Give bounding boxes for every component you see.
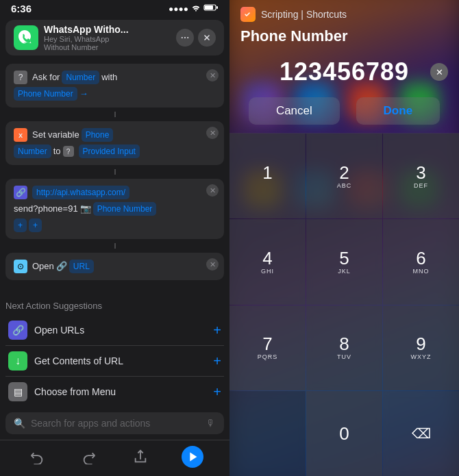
token-phone-var[interactable]: Phone <box>82 128 114 142</box>
key-0[interactable]: 0 <box>306 391 382 476</box>
get-contents-label: Get Contents of URL <box>34 355 213 366</box>
add-get-contents-button[interactable]: + <box>213 353 221 369</box>
key-1[interactable]: 1 <box>230 134 306 218</box>
token-plus-1[interactable]: + <box>14 218 27 232</box>
key-9-letters: WXYZ <box>411 353 432 360</box>
token-phone-num-2[interactable]: Phone Number <box>93 202 157 216</box>
key-2-letters: ABC <box>337 182 352 189</box>
close-url-icon[interactable]: ✕ <box>206 184 219 197</box>
open-urls-label: Open URLs <box>34 325 213 336</box>
bottom-toolbar <box>0 440 230 476</box>
key-1-letters <box>266 182 269 189</box>
action-open-text: ⊙ Open 🔗 URL <box>14 260 216 273</box>
key-5[interactable]: 5 JKL <box>306 219 382 304</box>
number-display-area: 123456789 ✕ <box>230 51 459 97</box>
workflow-area: ✕ ? Ask for Number with Phone Number → ✕… <box>0 58 230 297</box>
scripting-icon <box>240 7 256 22</box>
suggestion-choose-menu[interactable]: ▤ Choose from Menu + <box>5 377 224 407</box>
suggestion-get-contents[interactable]: ↓ Get Contents of URL + <box>5 346 224 377</box>
right-panel: Scripting | Shortcuts Phone Number 12345… <box>230 0 459 476</box>
svg-point-5 <box>187 37 188 38</box>
arrow-icon: → <box>79 87 88 101</box>
key-6-letters: MNO <box>413 268 430 275</box>
emoji-icon: 📷 <box>80 202 91 216</box>
key-3-number: 3 <box>416 164 425 181</box>
token-url[interactable]: http://api.whatsapp.com/ <box>32 186 129 199</box>
key-2[interactable]: 2 ABC <box>306 134 382 218</box>
key-backspace[interactable]: ⌫ <box>383 391 459 476</box>
suggestions-title: Next Action Suggestions <box>5 301 224 311</box>
left-panel: 6:36 ●●●● WhatsApp Wit <box>0 0 230 476</box>
close-ask-icon[interactable]: ✕ <box>206 69 219 82</box>
x-icon: x <box>14 128 27 142</box>
close-open-icon[interactable]: ✕ <box>206 258 219 271</box>
action-open[interactable]: ✕ ⊙ Open 🔗 URL <box>5 253 224 280</box>
question-icon-2: ? <box>63 146 74 157</box>
key-9-number: 9 <box>416 335 425 353</box>
redo-button[interactable] <box>78 446 100 468</box>
open-icon: ⊙ <box>14 260 27 273</box>
action-buttons-row: Cancel Done <box>230 97 459 133</box>
key-3[interactable]: 3 DEF <box>383 134 459 218</box>
play-button[interactable] <box>182 446 203 468</box>
link-emoji-icon: 🔗 <box>56 260 67 273</box>
divider-3 <box>114 243 116 249</box>
scripting-header: Scripting | Shortcuts <box>230 0 459 25</box>
key-7[interactable]: 7 PQRS <box>230 305 306 390</box>
search-icon: 🔍 <box>14 418 25 429</box>
cancel-button[interactable]: Cancel <box>249 97 340 125</box>
whatsapp-icon <box>14 25 38 50</box>
token-number-var[interactable]: Number <box>14 145 51 158</box>
add-choose-menu-button[interactable]: + <box>213 384 221 400</box>
action-ask-text: ? Ask for Number with <box>14 71 216 84</box>
right-overlay: Scripting | Shortcuts Phone Number 12345… <box>230 0 459 476</box>
share-button[interactable] <box>129 446 151 468</box>
keypad: 1 2 ABC 3 DEF 4 GHI 5 JKL 6 MNO <box>230 133 459 476</box>
token-provided-input[interactable]: Provided Input <box>79 145 140 158</box>
get-contents-icon: ↓ <box>8 351 27 371</box>
suggestions-section: Next Action Suggestions 🔗 Open URLs + ↓ … <box>0 297 230 410</box>
search-placeholder[interactable]: Search for apps and actions <box>31 418 201 429</box>
app-header-actions <box>176 29 216 47</box>
action-ask[interactable]: ✕ ? Ask for Number with Phone Number → <box>5 64 224 108</box>
key-6[interactable]: 6 MNO <box>383 219 459 304</box>
close-button[interactable] <box>198 29 216 47</box>
token-number[interactable]: Number <box>62 71 99 84</box>
key-9[interactable]: 9 WXYZ <box>383 305 459 390</box>
status-bar: 6:36 ●●●● <box>0 0 230 17</box>
token-plus-2[interactable]: + <box>29 218 42 232</box>
action-url-third-line: + + <box>14 218 216 232</box>
key-4[interactable]: 4 GHI <box>230 219 306 304</box>
key-4-letters: GHI <box>261 268 274 275</box>
close-set-icon[interactable]: ✕ <box>206 127 219 139</box>
action-url[interactable]: ✕ 🔗 http://api.whatsapp.com/ send?phone=… <box>5 179 224 239</box>
battery-icon <box>203 3 219 14</box>
done-button[interactable]: Done <box>356 97 441 125</box>
action-url-text: 🔗 http://api.whatsapp.com/ <box>14 186 216 199</box>
choose-menu-label: Choose from Menu <box>34 386 213 397</box>
suggestion-open-urls[interactable]: 🔗 Open URLs + <box>5 315 224 346</box>
menu-button[interactable] <box>176 29 194 47</box>
undo-button[interactable] <box>26 446 48 468</box>
backspace-icon: ⌫ <box>412 425 431 442</box>
open-urls-icon: 🔗 <box>8 321 27 340</box>
action-set-text: x Set variable Phone <box>14 128 216 142</box>
token-url-2[interactable]: URL <box>69 260 94 273</box>
key-8[interactable]: 8 TUV <box>306 305 382 390</box>
mic-icon[interactable]: 🎙 <box>206 418 216 429</box>
app-header-text: WhatsApp Witho... Hey Siri, WhatsApp Wit… <box>44 24 171 51</box>
key-5-letters: JKL <box>338 268 351 275</box>
key-2-number: 2 <box>339 164 349 181</box>
add-open-urls-button[interactable]: + <box>213 323 221 338</box>
status-icons: ●●●● <box>169 3 219 14</box>
action-set-variable[interactable]: ✕ x Set variable Phone Number to ? Provi… <box>5 121 224 165</box>
divider-2 <box>114 169 116 175</box>
clear-number-button[interactable]: ✕ <box>430 63 448 81</box>
svg-point-3 <box>182 37 183 38</box>
key-8-letters: TUV <box>337 353 351 360</box>
search-bar[interactable]: 🔍 Search for apps and actions 🎙 <box>5 412 224 434</box>
svg-marker-8 <box>190 453 197 462</box>
key-7-letters: PQRS <box>258 353 278 360</box>
phone-number-display: 123456789 <box>240 58 448 86</box>
token-phone-number[interactable]: Phone Number <box>14 87 77 101</box>
